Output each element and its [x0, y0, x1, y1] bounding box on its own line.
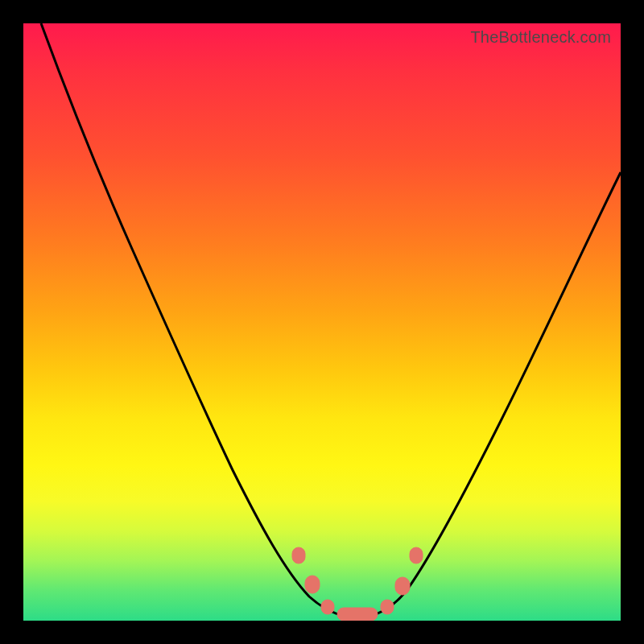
- marker: [337, 608, 378, 621]
- marker: [305, 576, 320, 593]
- marker: [410, 547, 423, 564]
- trough-markers: [292, 547, 423, 621]
- marker: [292, 547, 305, 564]
- plot-area: TheBottleneck.com: [23, 23, 621, 621]
- outer-frame: TheBottleneck.com: [0, 0, 644, 644]
- marker: [395, 577, 410, 595]
- bottleneck-curve-path: [41, 23, 621, 617]
- marker: [321, 600, 334, 614]
- bottleneck-curve-svg: [23, 23, 621, 621]
- marker: [381, 600, 394, 614]
